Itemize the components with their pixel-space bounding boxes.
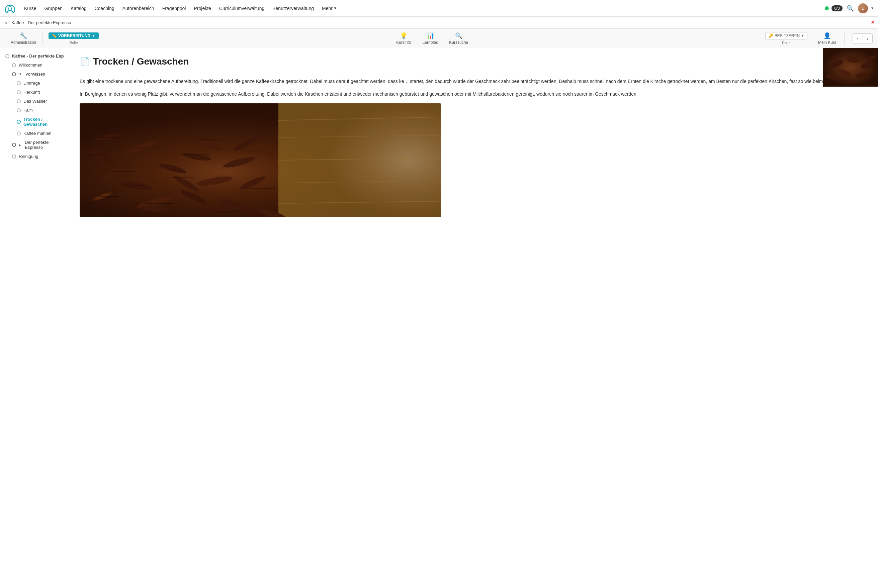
kurssuche-icon: 🔍 bbox=[455, 32, 462, 39]
umfrage-circle bbox=[17, 81, 21, 85]
pagination-controls: ‹ › bbox=[852, 33, 873, 44]
vorwissen-expand-icon: ▼ bbox=[19, 72, 22, 76]
breadcrumb-bar: < Kaffee - Der perfekte Espresso × bbox=[0, 17, 878, 29]
content-paragraph-2: In Berglagen, in denen es wenig Platz gi… bbox=[80, 90, 869, 98]
svg-rect-1 bbox=[278, 104, 441, 217]
toolbar-admin-label: Administration bbox=[11, 40, 36, 45]
course-circle bbox=[5, 54, 9, 58]
toolbar-divider-2 bbox=[844, 32, 845, 45]
page-title: Trocken / Gewaschen bbox=[93, 56, 189, 67]
sidebar-item-der-perfekte-espresso[interactable]: ▶ Der perfekte Espresso bbox=[0, 138, 70, 152]
score-display: 0/0 bbox=[831, 5, 842, 11]
page-title-row: 📄 Trocken / Gewaschen bbox=[80, 56, 826, 67]
sidebar-item-reinigung[interactable]: Reinigung bbox=[0, 152, 70, 161]
toolbar-kurssuche[interactable]: 🔍 Kurssuche bbox=[444, 31, 473, 46]
rolle-label: BESITZER*IN bbox=[774, 33, 800, 38]
lernpfad-icon: 📊 bbox=[426, 32, 434, 39]
key-icon: 🔑 bbox=[768, 33, 773, 38]
info-icon: 💡 bbox=[400, 32, 407, 39]
wrench-icon: 🔧 bbox=[20, 32, 27, 39]
vorwissen-circle bbox=[12, 72, 16, 76]
breadcrumb-title: Kaffee - Der perfekte Espresso bbox=[11, 20, 71, 25]
nav-gruppen[interactable]: Gruppen bbox=[41, 4, 66, 13]
topnav-right-area: 0/0 🔍 U ▼ bbox=[825, 3, 874, 14]
toolbar-kursinfo[interactable]: 💡 Kursinfo bbox=[390, 31, 417, 46]
breadcrumb-back-button[interactable]: < bbox=[3, 20, 9, 26]
status-badge[interactable]: ✏️ VORBEREITUNG ▼ bbox=[48, 33, 99, 39]
toolbar-rolle[interactable]: 🔑 BESITZER*IN ▼ Rolle bbox=[760, 31, 813, 46]
main-layout: Kaffee - Der perfekte Esp Willkommen ▼ V… bbox=[0, 48, 878, 588]
kaffee-mahlen-circle bbox=[17, 132, 21, 135]
herkunft-circle bbox=[17, 90, 21, 94]
status-sub-label: Rolle bbox=[69, 40, 78, 45]
course-toolbar: 🔧 Administration ✏️ VORBEREITUNG ▼ Rolle… bbox=[0, 29, 878, 48]
kurssuche-label: Kurssuche bbox=[449, 40, 468, 45]
status-label: VORBEREITUNG bbox=[58, 33, 91, 38]
nav-autorenbereich[interactable]: Autorenbereich bbox=[119, 4, 158, 13]
mein-kurs-label: Mein Kurs bbox=[818, 40, 836, 45]
nav-benutzerverwaltung[interactable]: Benutzerverwaltung bbox=[269, 4, 317, 13]
rolle-sub-label: Rolle bbox=[782, 41, 790, 45]
next-page-button[interactable]: › bbox=[863, 33, 873, 44]
coffee-beans-image bbox=[80, 104, 441, 217]
toolbar-divider-1 bbox=[42, 32, 42, 45]
person-icon: 👤 bbox=[824, 32, 831, 39]
toolbar-administration[interactable]: 🔧 Administration bbox=[5, 31, 42, 46]
sidebar-item-herkunft[interactable]: Herkunft bbox=[0, 88, 70, 97]
content-paragraph-1: Es gibt eine trockene und eine gewaschen… bbox=[80, 78, 869, 85]
app-logo[interactable] bbox=[4, 4, 16, 13]
sidebar-item-das-wasser[interactable]: Das Wasser bbox=[0, 97, 70, 106]
thumbnail-image bbox=[823, 48, 878, 87]
lernpfad-label: Lernpfad bbox=[423, 40, 438, 45]
nav-kurse[interactable]: Kurse bbox=[21, 4, 40, 13]
nav-fragenpool[interactable]: Fragenpool bbox=[159, 4, 189, 13]
search-button[interactable]: 🔍 bbox=[845, 3, 855, 14]
page-type-icon: 📄 bbox=[80, 57, 90, 66]
page-title-content: 📄 Trocken / Gewaschen bbox=[80, 56, 826, 72]
pencil-icon: ✏️ bbox=[52, 33, 57, 38]
sidebar-item-vorwissen[interactable]: ▼ Vorwissen bbox=[0, 70, 70, 79]
coffee-image-container bbox=[80, 104, 441, 217]
fair-circle bbox=[17, 108, 21, 112]
rolle-badge[interactable]: 🔑 BESITZER*IN ▼ bbox=[765, 32, 807, 39]
prev-page-button[interactable]: ‹ bbox=[852, 33, 863, 44]
das-wasser-circle bbox=[17, 99, 21, 104]
page-title-area: 📄 Trocken / Gewaschen ✏️ Seite bearbeite… bbox=[80, 56, 869, 72]
sidebar-item-fair[interactable]: Fair? bbox=[0, 106, 70, 115]
toolbar-mein-kurs[interactable]: 👤 Mein Kurs bbox=[813, 31, 842, 46]
toolbar-lernpfad[interactable]: 📊 Lernpfad bbox=[417, 31, 444, 46]
der-perfekte-espresso-expand-icon: ▶ bbox=[19, 143, 21, 147]
trocken-gewaschen-circle bbox=[17, 120, 21, 124]
nav-projekte[interactable]: Projekte bbox=[191, 4, 214, 13]
status-dropdown-arrow: ▼ bbox=[92, 34, 95, 38]
toolbar-status[interactable]: ✏️ VORBEREITUNG ▼ Rolle bbox=[43, 31, 104, 46]
content-area: 📄 Trocken / Gewaschen ✏️ Seite bearbeite… bbox=[70, 48, 878, 588]
sidebar-item-willkommen[interactable]: Willkommen bbox=[0, 60, 70, 70]
nav-mehr[interactable]: Mehr▼ bbox=[318, 4, 340, 13]
avatar: U bbox=[858, 3, 868, 14]
willkommen-circle bbox=[12, 63, 16, 67]
sidebar-item-trocken-gewaschen[interactable]: Trocken / Gewaschen bbox=[0, 115, 70, 129]
kursinfo-label: Kursinfo bbox=[396, 40, 411, 45]
nav-coaching[interactable]: Coaching bbox=[92, 4, 118, 13]
breadcrumb-close-button[interactable]: × bbox=[871, 19, 875, 26]
course-sidebar: Kaffee - Der perfekte Esp Willkommen ▼ V… bbox=[0, 48, 70, 588]
der-perfekte-espresso-circle bbox=[12, 143, 16, 147]
online-indicator bbox=[825, 6, 829, 10]
top-navigation: Kurse Gruppen Katalog Coaching Autorenbe… bbox=[0, 0, 878, 17]
nav-katalog[interactable]: Katalog bbox=[67, 4, 90, 13]
rolle-arrow: ▼ bbox=[801, 34, 804, 38]
nav-curriculumverwaltung[interactable]: Curriculumverwaltung bbox=[216, 4, 268, 13]
reinigung-circle bbox=[12, 154, 16, 159]
avatar-dropdown-arrow[interactable]: ▼ bbox=[870, 6, 874, 10]
sidebar-item-umfrage[interactable]: Umfrage bbox=[0, 79, 70, 88]
sidebar-course-title: Kaffee - Der perfekte Esp bbox=[0, 51, 70, 60]
sidebar-item-kaffee-mahlen[interactable]: Kaffee mahlen bbox=[0, 129, 70, 138]
